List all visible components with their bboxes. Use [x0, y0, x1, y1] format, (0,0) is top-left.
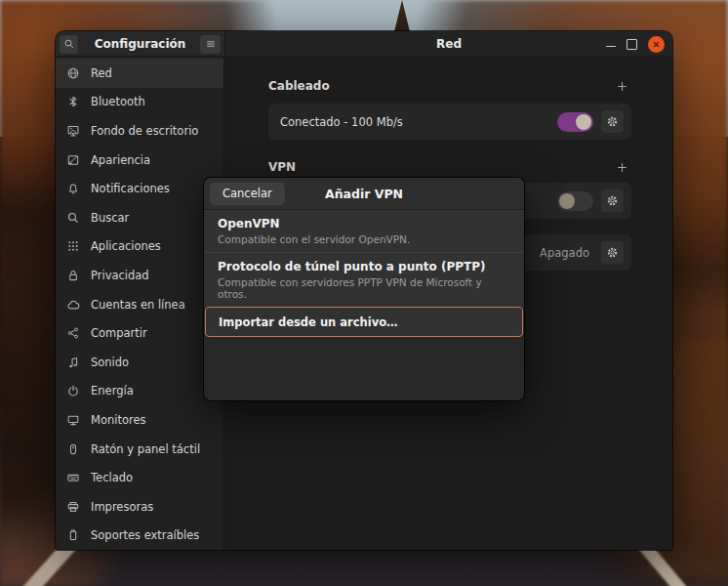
sidebar-item-teclado[interactable]: Teclado: [56, 463, 223, 492]
sidebar-item-label: Buscar: [91, 211, 129, 225]
sidebar-item-label: Compartir: [91, 326, 147, 340]
sidebar-item-aplicaciones[interactable]: Aplicaciones: [56, 232, 223, 262]
sidebar-item-fondo-de-escritorio[interactable]: Fondo de escritorio: [56, 116, 223, 146]
import-from-file-option[interactable]: Importar desde un archivo…: [205, 307, 523, 337]
dialog-header: Cancelar Añadir VPN: [204, 178, 524, 210]
proxy-status-label: Apagado: [540, 246, 589, 260]
mouse-icon: [66, 442, 80, 456]
sidebar-item-label: Ratón y panel táctil: [91, 442, 200, 456]
vpn-option-subtitle: Compatible con servidores PPTP VPN de Mi…: [218, 276, 510, 300]
sidebar-item-label: Privacidad: [91, 269, 149, 282]
sidebar-item-soportes-extraibles[interactable]: Soportes extraíbles: [56, 522, 223, 551]
vpn-toggle[interactable]: [557, 191, 593, 211]
sidebar-item-label: Soportes extraíbles: [91, 528, 199, 542]
add-vpn-icon[interactable]: [616, 161, 628, 174]
titlebar-left-pane: Configuración: [56, 31, 225, 57]
search-icon: [66, 211, 80, 225]
add-vpn-dialog: Cancelar Añadir VPN OpenVPN Compatible c…: [204, 178, 524, 400]
sidebar-item-label: Bluetooth: [91, 95, 145, 108]
vpn-option-title: Protocolo de túnel punto a punto (PPTP): [218, 260, 510, 273]
add-wired-connection-icon[interactable]: [616, 80, 628, 93]
gear-icon: [606, 194, 619, 207]
sidebar-item-label: Red: [91, 66, 112, 80]
sidebar-item-label: Cuentas en línea: [91, 298, 185, 312]
sidebar-item-red[interactable]: Red: [56, 59, 223, 88]
sidebar-item-bluetooth[interactable]: Bluetooth: [56, 88, 223, 117]
maximize-button[interactable]: [627, 39, 637, 50]
page-title: Red: [436, 37, 462, 51]
removable-media-icon: [66, 528, 80, 542]
search-button[interactable]: [60, 35, 78, 54]
sidebar-item-label: Energía: [91, 384, 134, 398]
cloud-icon: [66, 298, 80, 312]
keyboard-icon: [66, 471, 80, 484]
bell-icon: [66, 182, 80, 195]
hamburger-menu-icon: [205, 38, 217, 50]
sidebar-item-label: Fondo de escritorio: [91, 124, 198, 138]
wired-status-label: Conectado - 100 Mb/s: [280, 115, 549, 129]
bluetooth-icon: [66, 95, 80, 108]
close-icon: [651, 39, 662, 50]
primary-menu-button[interactable]: [200, 35, 221, 54]
gear-icon: [606, 246, 619, 259]
vpn-option-openvpn[interactable]: OpenVPN Compatible con el servidor OpenV…: [204, 210, 524, 253]
proxy-settings-button[interactable]: [601, 241, 624, 264]
search-icon: [63, 38, 75, 50]
toggle-knob: [559, 193, 575, 209]
sidebar-item-cuentas-en-linea[interactable]: Cuentas en línea: [56, 290, 223, 319]
sidebar-item-buscar[interactable]: Buscar: [56, 203, 223, 232]
lock-icon: [66, 269, 80, 282]
sidebar-item-monitores[interactable]: Monitores: [56, 405, 223, 435]
wired-section-title: Cableado: [268, 79, 330, 93]
displays-icon: [66, 413, 80, 427]
sidebar: Red Bluetooth Fondo de escritorio Aparie…: [56, 57, 224, 550]
sidebar-item-apariencia[interactable]: Apariencia: [56, 146, 223, 175]
appearance-icon: [66, 153, 80, 167]
wired-section-header: Cableado: [268, 78, 631, 94]
vpn-section-title: VPN: [268, 160, 296, 174]
sidebar-item-notificaciones[interactable]: Notificaciones: [56, 174, 223, 203]
sidebar-item-label: Impresoras: [91, 500, 153, 514]
sidebar-item-label: Aplicaciones: [91, 239, 161, 253]
sidebar-item-label: Notificaciones: [91, 182, 170, 195]
sidebar-item-impresoras[interactable]: Impresoras: [56, 492, 223, 522]
gear-icon: [606, 115, 619, 128]
vpn-section-header: VPN: [268, 159, 631, 175]
sidebar-item-sonido[interactable]: Sonido: [56, 348, 223, 377]
sidebar-item-energia[interactable]: Energía: [56, 377, 223, 406]
music-note-icon: [66, 356, 80, 369]
apps-grid-icon: [66, 239, 80, 253]
wallpaper-icon: [66, 124, 80, 138]
desktop: Configuración Red: [0, 0, 728, 586]
vpn-option-subtitle: Compatible con el servidor OpenVPN.: [218, 233, 510, 245]
sidebar-item-raton-y-panel-tactil[interactable]: Ratón y panel táctil: [56, 435, 223, 464]
power-icon: [66, 384, 80, 398]
close-button[interactable]: [648, 36, 665, 53]
share-icon: [66, 326, 80, 340]
printer-icon: [66, 500, 80, 514]
wired-settings-button[interactable]: [601, 110, 624, 133]
sidebar-item-privacidad[interactable]: Privacidad: [56, 261, 223, 290]
sidebar-item-label: Apariencia: [91, 153, 150, 167]
cancel-button[interactable]: Cancelar: [210, 183, 285, 205]
vpn-option-pptp[interactable]: Protocolo de túnel punto a punto (PPTP) …: [204, 253, 524, 307]
globe-icon: [66, 66, 80, 80]
titlebar: Configuración Red: [56, 31, 672, 57]
wired-toggle[interactable]: [557, 112, 593, 132]
sidebar-item-label: Sonido: [91, 356, 129, 369]
app-title: Configuración: [95, 37, 186, 51]
window-controls: [606, 31, 665, 57]
vpn-option-title: OpenVPN: [218, 217, 510, 230]
minimize-button[interactable]: [606, 46, 616, 47]
dialog-title: Añadir VPN: [325, 187, 403, 201]
toggle-knob: [576, 114, 591, 130]
sidebar-item-compartir[interactable]: Compartir: [56, 318, 223, 348]
titlebar-right-pane: Red: [225, 31, 672, 57]
wired-connection-row[interactable]: Conectado - 100 Mb/s: [268, 104, 631, 140]
vpn-settings-button[interactable]: [601, 189, 624, 212]
sidebar-item-label: Monitores: [91, 413, 146, 427]
sidebar-item-label: Teclado: [91, 471, 133, 484]
